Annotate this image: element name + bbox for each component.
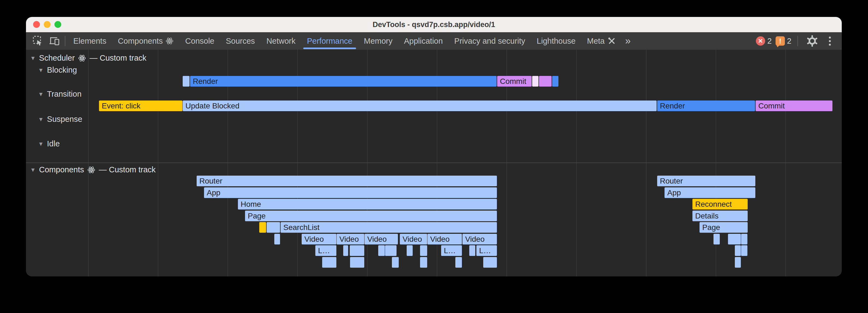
flame-bar[interactable] — [713, 234, 720, 244]
flame-bar-page[interactable]: Page — [700, 222, 748, 233]
flame-bar[interactable] — [322, 257, 336, 268]
flame-bar-render[interactable]: Render — [657, 101, 755, 111]
window-title: DevTools - qsvd7p.csb.app/video/1 — [372, 21, 495, 29]
issues-badge[interactable]: ! 2 — [776, 36, 792, 46]
lane-blocking[interactable]: ▼ Blocking — [38, 66, 77, 75]
flame-bar[interactable] — [343, 245, 348, 256]
flame-bar-video[interactable]: Video — [462, 234, 497, 244]
lane-transition[interactable]: ▼ Transition — [38, 90, 82, 99]
flame-bar[interactable] — [378, 245, 385, 256]
flame-bar[interactable] — [552, 76, 558, 86]
tab-performance[interactable]: Performance — [301, 32, 358, 50]
flame-bar-commit[interactable]: Commit — [755, 101, 832, 111]
tab-console[interactable]: Console — [179, 32, 220, 50]
collapse-triangle-icon: ▼ — [38, 141, 44, 147]
title-bar: DevTools - qsvd7p.csb.app/video/1 — [26, 17, 842, 32]
tab-strip: ElementsComponents ConsoleSourcesNetwork… — [67, 32, 622, 50]
flame-bar-router[interactable]: Router — [197, 176, 497, 186]
collapse-triangle-icon: ▼ — [38, 116, 44, 123]
flame-bar[interactable] — [407, 245, 413, 256]
lane-label: Idle — [47, 139, 60, 148]
flame-bar-app[interactable]: App — [664, 187, 755, 198]
flame-bar[interactable] — [420, 257, 427, 268]
performance-flame-chart: ▼ Scheduler — Custom track ▼ Blocking ▼ … — [26, 50, 842, 276]
lane-idle[interactable]: ▼ Idle — [38, 139, 60, 148]
flame-bar-details[interactable]: Details — [692, 211, 748, 221]
flame-bar-video[interactable]: Video — [302, 234, 336, 244]
components-track-header[interactable]: ▼ Components — Custom track — [30, 165, 156, 174]
toolbar-divider — [798, 36, 798, 46]
lane-suspense[interactable]: ▼ Suspense — [38, 115, 82, 124]
more-tabs-icon[interactable]: » — [622, 35, 634, 47]
device-toolbar-icon[interactable] — [46, 32, 63, 50]
flame-bar[interactable] — [483, 257, 497, 268]
flame-bar-searchlist[interactable]: SearchList — [281, 222, 497, 233]
flame-bar[interactable] — [741, 245, 747, 256]
flame-bar[interactable] — [728, 234, 741, 244]
window-controls — [33, 21, 61, 28]
flame-bar[interactable] — [532, 76, 538, 86]
flame-bar-video[interactable]: Video — [400, 234, 427, 244]
tab-network[interactable]: Network — [260, 32, 301, 50]
error-count: 2 — [767, 37, 772, 46]
flame-bar-reconnect[interactable]: Reconnect — [692, 199, 748, 209]
flame-bar[interactable] — [385, 245, 397, 256]
more-options-icon[interactable] — [824, 37, 835, 46]
flame-bar-l[interactable]: L… — [315, 245, 336, 256]
flame-bar-commit[interactable]: Commit — [497, 76, 532, 86]
tab-label: Sources — [226, 37, 255, 46]
tab-application[interactable]: Application — [398, 32, 448, 50]
flame-bar-l[interactable]: L… — [441, 245, 462, 256]
flame-bar-update-blocked[interactable]: Update Blocked — [183, 101, 657, 111]
flame-bar[interactable] — [267, 222, 280, 233]
zoom-window-button[interactable] — [55, 21, 61, 28]
flame-bar[interactable] — [420, 245, 427, 256]
flame-bar[interactable] — [735, 257, 741, 268]
flame-bar-router[interactable]: Router — [657, 176, 755, 186]
track-subtitle: — Custom track — [89, 54, 146, 63]
flame-bar[interactable] — [539, 76, 552, 86]
flame-bar[interactable] — [259, 222, 266, 233]
flame-bars: RenderCommitEvent: clickUpdate BlockedRe… — [26, 50, 842, 276]
devtools-window: DevTools - qsvd7p.csb.app/video/1 Elemen… — [26, 17, 842, 276]
flame-bar[interactable] — [392, 257, 399, 268]
track-title: Components — [39, 165, 84, 174]
flame-bar[interactable] — [455, 257, 462, 268]
tab-meta[interactable]: Meta — [581, 32, 622, 50]
flame-bar-home[interactable]: Home — [238, 199, 497, 209]
tab-sources[interactable]: Sources — [220, 32, 260, 50]
minimize-window-button[interactable] — [44, 21, 51, 28]
error-badge[interactable]: × 2 — [756, 36, 772, 46]
react-atom-icon — [87, 166, 95, 174]
toolbar-right-cluster: × 2 ! 2 — [756, 32, 835, 50]
flame-bar[interactable] — [741, 234, 747, 244]
flame-bar-event-click[interactable]: Event: click — [99, 101, 182, 111]
flame-bar[interactable] — [350, 257, 364, 268]
flame-bar[interactable] — [274, 234, 280, 244]
close-window-button[interactable] — [33, 21, 40, 28]
flame-bar[interactable] — [735, 245, 741, 256]
react-atom-icon — [165, 37, 174, 45]
inspect-element-icon[interactable] — [30, 32, 46, 50]
lane-label: Suspense — [47, 115, 82, 124]
flame-bar[interactable] — [350, 245, 364, 256]
flame-bar[interactable] — [469, 245, 475, 256]
flame-bar-l[interactable]: L… — [476, 245, 497, 256]
track-title: Scheduler — [39, 54, 75, 63]
flame-bar-page[interactable]: Page — [245, 211, 497, 221]
tab-lighthouse[interactable]: Lighthouse — [531, 32, 581, 50]
flame-bar-video[interactable]: Video — [428, 234, 462, 244]
flame-bar[interactable] — [183, 76, 189, 86]
settings-gear-icon[interactable] — [804, 32, 820, 50]
flame-bar-video[interactable]: Video — [337, 234, 364, 244]
tab-components[interactable]: Components — [112, 32, 179, 50]
issue-count: 2 — [787, 37, 792, 46]
flame-bar-video[interactable]: Video — [365, 234, 398, 244]
tab-privacy-and-security[interactable]: Privacy and security — [448, 32, 531, 50]
scheduler-track-header[interactable]: ▼ Scheduler — Custom track — [30, 54, 146, 63]
tab-label: Application — [404, 37, 443, 46]
flame-bar-render[interactable]: Render — [190, 76, 497, 86]
tab-memory[interactable]: Memory — [358, 32, 398, 50]
tab-elements[interactable]: Elements — [67, 32, 112, 50]
flame-bar-app[interactable]: App — [204, 187, 497, 198]
